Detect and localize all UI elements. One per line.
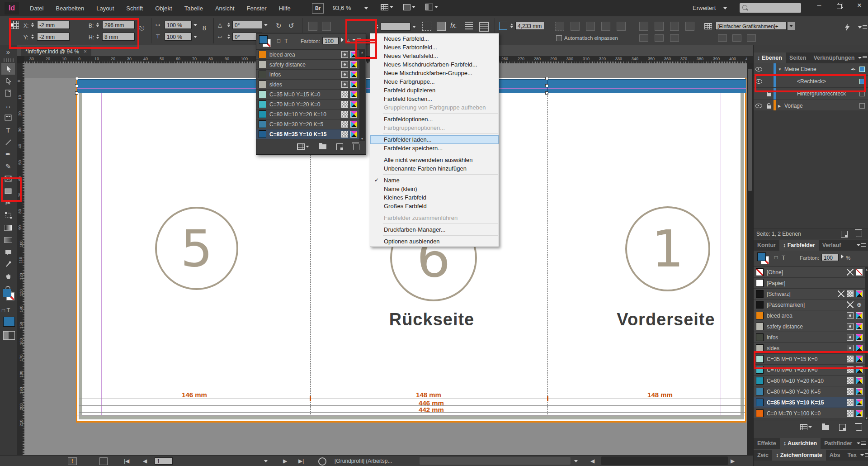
menu-datei[interactable]: Datei <box>30 5 43 12</box>
formatting-affects-text-icon[interactable]: T <box>284 38 288 44</box>
scroll-up-arrow[interactable]: ▲ <box>865 268 868 271</box>
tab-tex[interactable]: Tex <box>844 450 860 461</box>
select-content-icon[interactable] <box>322 22 331 31</box>
menu-fenster[interactable]: Fenster <box>247 5 267 12</box>
document-tab[interactable]: *Infoflyer.indd @ 94 % × <box>21 47 91 56</box>
close-button[interactable]: × <box>851 0 868 12</box>
layer-row[interactable]: Hintergrundrechteck <box>754 88 868 100</box>
next-page-button[interactable]: ▶ <box>283 456 287 466</box>
align-left-icon[interactable] <box>639 22 648 31</box>
layer-selection-square[interactable] <box>859 79 865 84</box>
tab-ausrichten[interactable]: ↕ Ausrichten <box>780 438 821 449</box>
y-field[interactable]: -2 mm <box>37 33 70 41</box>
gap-tool[interactable]: ↔ <box>1 100 15 111</box>
menu-tabelle[interactable]: Tabelle <box>184 5 203 12</box>
gradient-tool[interactable] <box>1 222 15 233</box>
layer-row[interactable]: ▼Meine Ebene✒ <box>754 63 868 76</box>
swatches-scrollbar[interactable]: ▲▼ <box>865 267 868 421</box>
swatch-views-button[interactable] <box>297 143 309 150</box>
x-field[interactable]: -2 mm <box>37 21 70 29</box>
swatch-row[interactable]: C=85 M=35 Y=10 K=15 <box>754 397 865 408</box>
swatch-row[interactable]: [Passermarken]⊕ <box>754 300 865 310</box>
height-field[interactable]: 8 mm <box>102 33 135 41</box>
menu-item[interactable]: Kleines Farbfeld <box>370 193 499 202</box>
center-content-icon[interactable] <box>586 22 595 31</box>
minimize-button[interactable]: – <box>809 0 829 12</box>
width-field[interactable]: 296 mm <box>102 21 135 29</box>
floating-panel-scrollbar[interactable]: ▲▼ <box>359 50 365 141</box>
zoom-level-value[interactable]: 93,6 % <box>333 5 351 11</box>
layer-selection-square[interactable] <box>859 91 865 96</box>
frame-edges-icon[interactable] <box>422 22 431 31</box>
free-transform-tool[interactable] <box>1 209 15 221</box>
delete-swatch-icon[interactable] <box>856 425 862 431</box>
bridge-button[interactable]: Br <box>312 3 324 14</box>
layer-row[interactable]: <Rechteck> <box>754 76 868 88</box>
swatch-row[interactable]: C=70 M=0 Y=20 K=0 <box>754 365 865 376</box>
distribute-horizontal-icon[interactable] <box>655 34 664 42</box>
menu-item[interactable]: Farbfelder laden... <box>370 135 499 144</box>
fit-proportionally-icon[interactable] <box>601 22 610 31</box>
eyedropper-tool[interactable] <box>1 258 15 270</box>
tab-farbfelder[interactable]: ↕ Farbfelder <box>779 240 819 251</box>
menu-objekt[interactable]: Objekt <box>155 5 172 12</box>
arrange-documents-button[interactable] <box>425 4 438 10</box>
swatch-row[interactable]: C=70 M=0 Y=20 K=0 <box>256 100 359 109</box>
ruler-corner[interactable] <box>17 56 24 63</box>
text-wrap-around-icon[interactable] <box>479 22 489 32</box>
tint-slider-arrow[interactable] <box>341 38 344 42</box>
visibility-cell[interactable] <box>754 67 764 71</box>
fx-button[interactable]: fx. <box>450 22 457 29</box>
fill-stroke-indicator[interactable] <box>3 289 14 300</box>
search-input[interactable] <box>740 3 801 13</box>
workspace-dropdown-arrow[interactable] <box>723 7 727 10</box>
tab-effekte[interactable]: Effekte <box>754 438 780 449</box>
fill-stroke-indicator-swatches[interactable] <box>757 252 769 264</box>
screen-mode-button[interactable] <box>403 4 415 10</box>
line-tool[interactable] <box>1 136 15 148</box>
swatch-row[interactable]: C=0 M=70 Y=100 K=0 <box>754 408 865 419</box>
pen-tool[interactable]: ✒ <box>1 148 15 160</box>
workspace-switcher[interactable]: Erweitert <box>693 5 716 11</box>
new-swatch-icon[interactable] <box>336 143 343 150</box>
menu-schrift[interactable]: Schrift <box>126 5 143 12</box>
panel-menu-button[interactable] <box>857 442 866 445</box>
text-wrap-off-icon[interactable] <box>465 22 473 30</box>
visibility-cell[interactable] <box>754 79 764 84</box>
horizontal-scrollbar-thumb[interactable] <box>420 457 571 465</box>
swatch-row[interactable]: bleed area <box>256 50 359 60</box>
frame-tool[interactable] <box>1 173 15 185</box>
scroll-down-arrow[interactable]: ▼ <box>361 137 364 140</box>
gradient-feather-tool[interactable] <box>1 234 15 246</box>
fill-proxy[interactable] <box>3 289 11 297</box>
swatch-row[interactable]: [Schwarz] <box>754 289 865 300</box>
menu-item[interactable]: Druckfarben-Manager... <box>370 225 499 234</box>
menu-ansicht[interactable]: Ansicht <box>215 5 235 12</box>
panel-menu-button[interactable] <box>857 243 866 247</box>
selection-handle[interactable] <box>545 77 548 80</box>
screen-mode-toggle[interactable] <box>3 331 15 340</box>
swatch-row[interactable]: C=80 M=30 Y=20 K=5 <box>754 386 865 397</box>
snippet-icon-3[interactable] <box>747 34 756 42</box>
stroke-weight-field[interactable] <box>381 23 410 31</box>
tab-abs[interactable]: Abs <box>826 450 844 461</box>
formatting-affects-text-icon[interactable]: T <box>782 254 785 261</box>
layer-selection-square[interactable] <box>859 103 865 109</box>
page-tool[interactable] <box>1 87 15 99</box>
new-layer-icon[interactable] <box>841 231 848 238</box>
distribute-vertical-icon[interactable] <box>639 34 648 42</box>
scroll-down-arrow[interactable]: ▼ <box>865 417 868 420</box>
tint-field[interactable]: 100 <box>821 254 839 261</box>
object-style-dropdown[interactable]: [Einfacher Grafikrahmen]+ <box>715 22 787 30</box>
x-stepper[interactable] <box>30 21 35 29</box>
note-tool[interactable] <box>1 246 15 258</box>
direct-selection-tool[interactable] <box>1 75 15 87</box>
new-color-group-icon[interactable] <box>822 425 829 430</box>
align-right-icon[interactable] <box>670 22 679 31</box>
scroll-left-arrow[interactable]: ◀ <box>590 456 594 466</box>
swatch-views-button[interactable] <box>800 424 812 430</box>
visibility-cell[interactable] <box>754 104 764 108</box>
swatch-row[interactable]: infos <box>754 332 865 343</box>
lock-cell[interactable] <box>764 91 774 96</box>
menu-item[interactable]: Unbenannte Farben hinzufügen <box>370 164 499 173</box>
